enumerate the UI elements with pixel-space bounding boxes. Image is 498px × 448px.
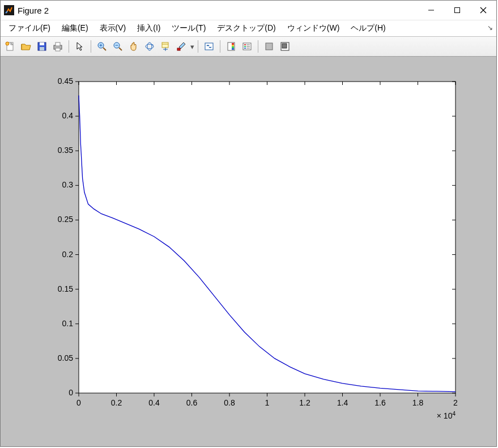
figure-canvas-area: 00.050.10.150.20.250.30.350.40.4500.20.4…: [1, 57, 496, 446]
x-tick-label: 1: [265, 398, 269, 407]
svg-rect-35: [244, 46, 246, 47]
close-button[interactable]: [470, 2, 496, 19]
print-button[interactable]: [50, 39, 65, 54]
x-tick-label: 1.8: [412, 398, 423, 407]
menu-view[interactable]: 表示(V): [94, 22, 132, 35]
svg-rect-2: [455, 8, 460, 13]
rotate3d-button[interactable]: [142, 39, 157, 54]
y-tick-label: 0.15: [57, 284, 73, 293]
legend-button[interactable]: [240, 39, 254, 54]
new-figure-button[interactable]: [3, 39, 18, 54]
pointer-button[interactable]: [73, 39, 87, 54]
matlab-app-icon: [4, 5, 14, 15]
svg-point-6: [6, 42, 9, 45]
x-tick-label: 0.4: [148, 398, 160, 407]
datacursor-button[interactable]: [158, 39, 173, 54]
y-tick-label: 0.4: [62, 111, 73, 120]
x-tick-label: 0: [76, 398, 81, 407]
menu-help[interactable]: ヘルプ(H): [345, 22, 391, 35]
y-tick-label: 0.25: [57, 215, 73, 224]
titlebar: Figure 2: [1, 1, 496, 20]
y-tick-label: 0: [69, 388, 73, 397]
svg-rect-40: [266, 43, 273, 50]
svg-rect-26: [177, 48, 180, 50]
y-tick-label: 0.45: [57, 76, 73, 86]
minimize-button[interactable]: [418, 2, 444, 19]
svg-rect-36: [244, 48, 246, 49]
menu-window[interactable]: ウィンドウ(W): [282, 22, 346, 35]
link-plot-button[interactable]: [202, 39, 216, 54]
x-tick-label: 1.4: [337, 398, 348, 407]
toolbar: ▾: [1, 37, 496, 57]
svg-rect-8: [40, 42, 44, 45]
svg-rect-22: [162, 42, 168, 48]
figure-window: Figure 2 ファイル(F) 編集(E) 表示(V) 挿入(I) ツール(T…: [0, 0, 497, 447]
y-tick-label: 0.05: [57, 353, 73, 362]
svg-rect-27: [205, 43, 213, 50]
y-tick-label: 0.3: [62, 180, 73, 189]
brush-dropdown-icon[interactable]: ▾: [190, 42, 194, 51]
y-tick-label: 0.2: [62, 250, 73, 259]
zoom-in-button[interactable]: [95, 39, 109, 54]
x-tick-label: 0.2: [110, 398, 122, 407]
toolbar-separator: [198, 40, 198, 53]
menu-file[interactable]: ファイル(F): [3, 22, 56, 35]
svg-rect-42: [282, 44, 287, 48]
svg-line-18: [119, 48, 122, 50]
svg-rect-12: [56, 48, 60, 51]
x-tick-label: 2: [453, 398, 458, 407]
toolbar-separator: [69, 40, 69, 53]
svg-rect-32: [232, 48, 234, 50]
brush-button[interactable]: [174, 39, 189, 54]
maximize-button[interactable]: [444, 2, 470, 19]
menu-desktop[interactable]: デスクトップ(D): [211, 22, 281, 35]
open-button[interactable]: [19, 39, 33, 54]
menu-insert[interactable]: 挿入(I): [131, 22, 166, 35]
toolbar-separator: [220, 40, 220, 53]
svg-rect-11: [56, 42, 60, 46]
svg-rect-29: [232, 43, 234, 45]
window-title: Figure 2: [18, 6, 49, 15]
pan-button[interactable]: [126, 39, 141, 54]
colorbar-button[interactable]: [224, 39, 239, 54]
menubar: ファイル(F) 編集(E) 表示(V) 挿入(I) ツール(T) デスクトップ(…: [1, 20, 496, 37]
menu-tools[interactable]: ツール(T): [166, 22, 211, 35]
svg-rect-30: [232, 45, 234, 46]
axes[interactable]: 00.050.10.150.20.250.30.350.40.4500.20.4…: [25, 70, 473, 433]
menu-edit[interactable]: 編集(E): [56, 22, 94, 35]
menu-overflow-icon[interactable]: ↘: [487, 24, 493, 32]
x-tick-label: 0.6: [186, 398, 197, 407]
toolbar-separator: [258, 40, 258, 53]
y-tick-label: 0.1: [62, 319, 73, 328]
dock-figure-button[interactable]: [278, 39, 292, 54]
toolbar-separator: [91, 40, 91, 53]
x-tick-label: 1.2: [299, 398, 310, 407]
x-tick-label: 1.6: [374, 398, 386, 407]
zoom-out-button[interactable]: [110, 39, 125, 54]
svg-rect-31: [232, 46, 234, 48]
x-tick-label: 0.8: [224, 398, 235, 407]
svg-line-14: [103, 48, 106, 50]
svg-point-21: [147, 42, 152, 50]
save-button[interactable]: [35, 39, 49, 54]
hide-plot-tools-button[interactable]: [262, 39, 276, 54]
axes-box[interactable]: [79, 82, 456, 393]
y-tick-label: 0.35: [57, 146, 73, 155]
svg-rect-9: [40, 47, 44, 50]
svg-rect-34: [244, 44, 246, 45]
